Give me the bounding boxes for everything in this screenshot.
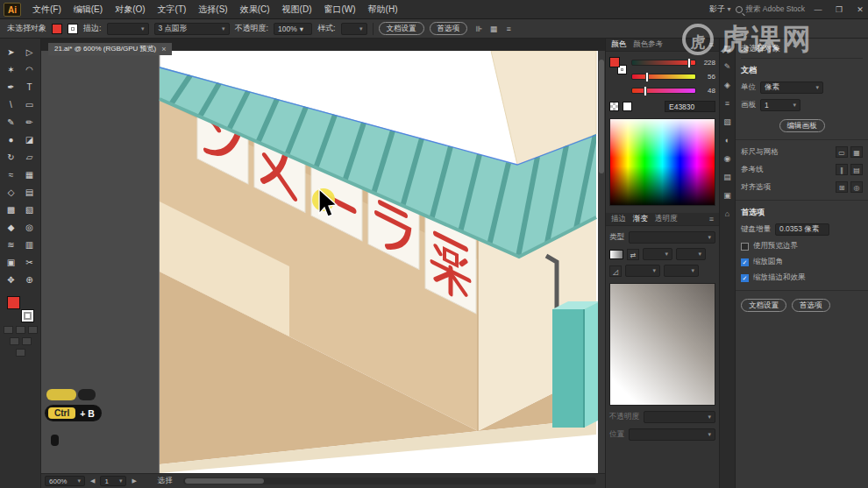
screen-mode-icon[interactable]	[16, 349, 25, 357]
menu-item[interactable]: 效果(C)	[234, 0, 276, 19]
artboard-nav-dropdown[interactable]: 1 ▾	[100, 476, 126, 486]
none-swatch[interactable]	[609, 102, 619, 111]
next-artboard-icon[interactable]: ▶	[132, 477, 136, 484]
white-swatch[interactable]	[623, 102, 632, 111]
fill-color-swatch[interactable]	[52, 24, 62, 34]
gradient-field-2[interactable]: ▾	[676, 248, 706, 260]
horizontal-scrollbar[interactable]	[183, 477, 596, 484]
slider-handle[interactable]	[688, 59, 690, 67]
menu-item[interactable]: 文件(F)	[26, 0, 68, 19]
width-tool[interactable]: ≈	[2, 166, 20, 184]
r-slider[interactable]	[631, 60, 696, 66]
minimize-button[interactable]: —	[810, 0, 826, 19]
menu-item[interactable]: 视图(D)	[276, 0, 318, 19]
symbols-panel-icon[interactable]: ◈	[722, 79, 734, 91]
pencil-tool[interactable]: ✏	[20, 114, 39, 131]
opacity-dropdown[interactable]: 100% ▾	[274, 23, 312, 35]
direct-selection-tool[interactable]: ▷	[20, 44, 39, 61]
hex-value-field[interactable]: E43830	[665, 101, 715, 112]
panel-fill-stroke[interactable]	[609, 57, 627, 74]
eraser-tool[interactable]: ◪	[20, 131, 39, 149]
mesh-tool[interactable]: ▩	[2, 202, 20, 219]
panel-menu-icon[interactable]: ≡	[709, 40, 714, 49]
type-tool[interactable]: T	[20, 79, 39, 96]
eyedropper-tool[interactable]: ◆	[2, 219, 20, 237]
column-graph-tool[interactable]: ▥	[20, 237, 39, 254]
tab-color-guide[interactable]: 颜色参考	[633, 39, 663, 50]
snap-options-icon-1[interactable]: ◎	[850, 181, 863, 193]
gradient-field-1[interactable]: ▾	[643, 248, 672, 260]
artboards-panel-icon[interactable]: ▣	[722, 189, 734, 202]
menu-item[interactable]: 编辑(E)	[68, 0, 109, 19]
keyboard-increment-field[interactable]: 0.0353 像素	[775, 223, 829, 236]
transparency-panel-icon[interactable]: ◐	[722, 134, 734, 146]
edit-artboards-button[interactable]: 编辑画板	[779, 119, 825, 132]
vertical-scrollbar[interactable]	[598, 51, 605, 473]
menu-item[interactable]: 帮助(H)	[362, 0, 404, 19]
close-tab-icon[interactable]: ×	[161, 45, 166, 53]
prev-artboard-icon[interactable]: ◀	[90, 477, 95, 484]
transform-panel-icon[interactable]: ▦	[487, 23, 500, 35]
document-setup-button[interactable]: 文档设置	[379, 22, 424, 35]
panel-fill-swatch[interactable]	[609, 57, 620, 67]
document-setup-quick-button[interactable]: 文档设置	[741, 299, 786, 312]
close-button[interactable]: ✕	[852, 0, 868, 19]
layers-panel-icon[interactable]: ▤	[722, 171, 734, 183]
draw-normal-icon[interactable]	[10, 337, 19, 345]
menu-item[interactable]: 窗口(W)	[317, 0, 361, 19]
free-transform-tool[interactable]: ▦	[20, 166, 39, 184]
color-spectrum[interactable]	[609, 118, 715, 206]
perspective-grid-tool[interactable]: ▤	[20, 184, 39, 202]
rectangle-tool[interactable]: ▭	[20, 96, 39, 114]
menu-item[interactable]: 对象(O)	[109, 0, 151, 19]
adobe-stock-search[interactable]: 搜索 Adobe Stock	[736, 4, 805, 15]
checkbox[interactable]: ✓	[741, 274, 749, 282]
stroke-swatch[interactable]	[21, 309, 34, 322]
swatches-panel-icon[interactable]: ▦	[722, 42, 734, 54]
b-slider[interactable]	[631, 88, 696, 94]
zoom-tool[interactable]: ⊕	[20, 272, 39, 289]
hand-tool[interactable]: ✥	[2, 272, 20, 289]
blend-tool[interactable]: ◎	[20, 219, 39, 237]
panel-menu-icon[interactable]: ≡	[709, 215, 714, 223]
draw-behind-icon[interactable]	[22, 337, 32, 345]
slice-tool[interactable]: ✂	[20, 254, 39, 272]
menu-item[interactable]: 选择(S)	[192, 0, 233, 19]
stroke-color-swatch[interactable]	[68, 24, 78, 34]
shape-builder-tool[interactable]: ◇	[2, 184, 20, 202]
tab-渐变[interactable]: 渐变	[633, 214, 648, 224]
stroke-weight-dropdown[interactable]: ▾	[107, 23, 149, 35]
rulers-grid-icon-1[interactable]: ▦	[850, 146, 863, 158]
symbol-sprayer-tool[interactable]: ≋	[2, 237, 20, 254]
reverse-gradient-icon[interactable]: ⇄	[627, 249, 639, 260]
gradient-aspect-field[interactable]: ▾	[664, 265, 699, 277]
gradient-type-dropdown[interactable]: ▾	[629, 231, 715, 244]
stroke-panel-icon[interactable]: ≡	[722, 97, 734, 110]
rulers-grid-icon-0[interactable]: ▭	[836, 146, 848, 158]
slider-handle[interactable]	[644, 87, 646, 95]
gradient-opacity-dropdown[interactable]: ▾	[644, 411, 715, 423]
tab-描边[interactable]: 描边	[611, 214, 626, 224]
gradient-panel-icon[interactable]: ▧	[722, 116, 734, 128]
menu-item[interactable]: 文字(T)	[152, 0, 193, 19]
document-tab[interactable]: 21.ai* @ 600% (RGB/GPU 预览) ×	[48, 43, 172, 55]
style-dropdown[interactable]: ▾	[341, 23, 367, 35]
slider-handle[interactable]	[646, 73, 648, 81]
canvas-area[interactable]: Ctrl + B	[41, 51, 605, 473]
guides-icon-1[interactable]: ▤	[850, 164, 863, 175]
preferences-quick-button[interactable]: 首选项	[792, 299, 830, 312]
gradient-preview[interactable]	[609, 283, 715, 406]
libraries-panel-icon[interactable]: ⌂	[722, 208, 734, 220]
g-slider[interactable]	[631, 74, 696, 80]
vscroll-thumb[interactable]	[599, 60, 604, 173]
gradient-mode-icon[interactable]	[16, 326, 25, 334]
blob-brush-tool[interactable]: ●	[2, 131, 20, 149]
workspace-switcher[interactable]: 影子 ▾	[709, 4, 731, 15]
tab-color[interactable]: 颜色	[611, 39, 626, 50]
tab-透明度[interactable]: 透明度	[655, 214, 678, 224]
gradient-position-dropdown[interactable]: ▾	[629, 428, 715, 441]
guides-icon-0[interactable]: ∥	[836, 164, 848, 175]
rotate-tool[interactable]: ↻	[2, 149, 20, 166]
artboard-dropdown[interactable]: 1 ▾	[760, 99, 800, 111]
artboard-artwork[interactable]	[41, 51, 605, 473]
